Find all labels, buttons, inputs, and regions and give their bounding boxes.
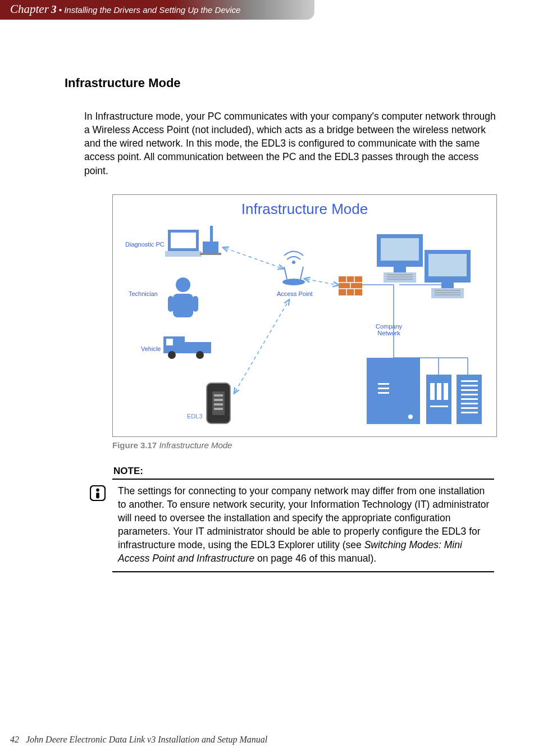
- svg-point-51: [408, 415, 413, 419]
- svg-line-22: [284, 267, 287, 279]
- figure-caption: Figure 3.17 Infrastructure Mode: [112, 440, 498, 450]
- note-label: NOTE:: [113, 466, 494, 477]
- vehicle-icon: [163, 336, 211, 359]
- note-block: NOTE: The settings for connecting to you…: [112, 466, 494, 572]
- chapter-title: Installing the Drivers and Setting Up th…: [64, 5, 240, 15]
- svg-rect-62: [461, 398, 478, 400]
- svg-rect-58: [461, 380, 478, 382]
- svg-rect-47: [367, 358, 420, 424]
- svg-rect-56: [430, 406, 448, 407]
- edl3-icon: [207, 383, 230, 423]
- section-heading: Infrastructure Mode: [65, 76, 498, 90]
- figure-diagram: Infrastructure Mode Diagnostic PC Techni…: [112, 194, 497, 437]
- server-tower-icon: [426, 375, 451, 424]
- svg-rect-61: [461, 394, 478, 395]
- svg-rect-1: [171, 233, 196, 248]
- svg-rect-5: [200, 253, 221, 255]
- diagnostic-pc-icon: [165, 226, 221, 257]
- svg-rect-2: [165, 251, 202, 257]
- chapter-word: Chapter: [10, 2, 49, 16]
- chapter-tab: Chapter 3 • Installing the Drivers and S…: [0, 0, 314, 20]
- svg-rect-36: [384, 272, 416, 283]
- svg-rect-54: [437, 383, 441, 400]
- body-paragraph: In Infrastructure mode, your PC communic…: [84, 110, 498, 177]
- svg-rect-65: [461, 412, 478, 413]
- figure-container: Infrastructure Mode Diagnostic PC Techni…: [112, 194, 498, 450]
- page-footer: 42 John Deere Electronic Data Link v3 In…: [10, 735, 267, 745]
- svg-rect-8: [168, 296, 174, 312]
- chapter-separator: •: [59, 5, 62, 15]
- note-top-rule: [112, 479, 494, 480]
- svg-rect-20: [214, 408, 223, 410]
- svg-point-13: [168, 351, 176, 359]
- svg-rect-43: [431, 288, 464, 298]
- connection-line: [235, 302, 288, 391]
- server-tower-icon-2: [457, 375, 482, 424]
- figure-caption-title: Infrastructure Mode: [159, 440, 232, 450]
- svg-point-6: [176, 277, 190, 292]
- svg-rect-50: [378, 392, 389, 394]
- svg-rect-17: [214, 394, 223, 397]
- server-rack-icon: [367, 358, 420, 424]
- svg-rect-64: [461, 407, 478, 409]
- svg-rect-7: [173, 294, 193, 317]
- svg-rect-68: [96, 493, 99, 498]
- svg-rect-3: [210, 226, 213, 242]
- svg-rect-49: [378, 388, 389, 389]
- info-icon: [90, 485, 107, 503]
- svg-rect-9: [193, 296, 198, 312]
- page-number: 42: [10, 735, 19, 744]
- note-text-part-2: on page 46 of this manual).: [254, 553, 376, 564]
- chapter-number: 3: [51, 3, 57, 15]
- svg-rect-60: [461, 389, 478, 391]
- footer-title: John Deere Electronic Data Link v3 Insta…: [26, 735, 267, 744]
- svg-line-23: [300, 267, 303, 279]
- connection-line: [307, 279, 336, 285]
- access-point-icon: [282, 251, 305, 285]
- svg-rect-42: [441, 283, 454, 288]
- svg-rect-35: [394, 267, 406, 272]
- desktop-pc-icon: [377, 234, 423, 283]
- desktop-pc-icon-2: [425, 250, 471, 298]
- svg-point-24: [292, 261, 295, 264]
- svg-rect-19: [214, 403, 223, 406]
- connection-line: [225, 248, 281, 268]
- svg-rect-48: [378, 383, 389, 385]
- svg-point-14: [196, 351, 204, 359]
- svg-rect-63: [461, 403, 478, 404]
- svg-rect-4: [203, 242, 218, 253]
- svg-point-21: [282, 279, 305, 285]
- svg-rect-18: [214, 399, 223, 401]
- note-bottom-rule: [112, 571, 494, 572]
- svg-rect-55: [444, 383, 448, 400]
- svg-rect-59: [461, 385, 478, 386]
- svg-rect-53: [430, 383, 435, 400]
- svg-rect-34: [381, 238, 419, 261]
- note-text: The settings for connecting to your comp…: [118, 484, 494, 566]
- svg-rect-12: [166, 339, 173, 345]
- technician-icon: [168, 277, 198, 317]
- svg-point-67: [96, 488, 99, 491]
- svg-rect-11: [183, 342, 211, 353]
- firewall-icon: [339, 276, 362, 295]
- svg-rect-41: [428, 254, 467, 276]
- figure-number: Figure 3.17: [112, 440, 157, 450]
